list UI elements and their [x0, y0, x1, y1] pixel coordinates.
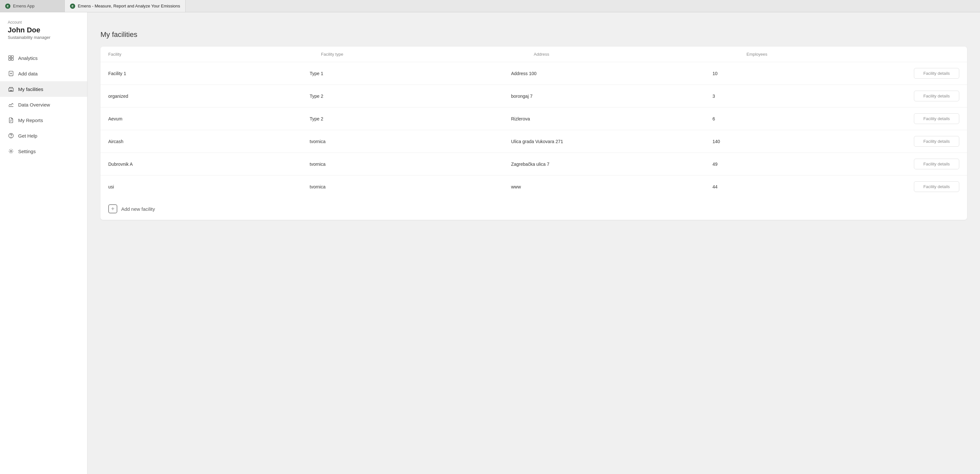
facilities-table-card: Facility Facility type Address Employees…	[100, 47, 967, 220]
col-header-address: Address	[534, 52, 747, 57]
facility-details-button[interactable]: Facility details	[914, 113, 959, 124]
add-data-label: Add data	[18, 71, 38, 76]
cell-facility-type: Type 1	[310, 71, 511, 76]
facility-details-button[interactable]: Facility details	[914, 181, 959, 192]
cell-details-action: Facility details	[914, 113, 959, 124]
cell-employees: 3	[713, 94, 914, 99]
analytics-label: Analytics	[18, 55, 38, 61]
cell-facility: Facility 1	[108, 71, 310, 76]
account-role: Sustainability manager	[8, 35, 80, 40]
cell-details-action: Facility details	[914, 90, 959, 101]
cell-facility-type: tvornica	[310, 184, 511, 189]
tab-emens-main-label: Emens - Measure, Report and Analyze Your…	[78, 3, 180, 8]
table-row: AircashtvornicaUlica grada Vukovara 2711…	[100, 130, 967, 153]
cell-details-action: Facility details	[914, 136, 959, 147]
svg-rect-1	[11, 56, 13, 58]
cell-address: www	[511, 184, 713, 189]
facility-details-button[interactable]: Facility details	[914, 159, 959, 169]
facility-details-button[interactable]: Facility details	[914, 136, 959, 147]
col-header-facility-type: Facility type	[321, 52, 534, 57]
document-icon	[8, 117, 14, 124]
col-header-employees: Employees	[747, 52, 959, 57]
tab-bar: E Emens App E Emens - Measure, Report an…	[0, 0, 980, 12]
sidebar-item-get-help[interactable]: Get Help	[0, 128, 87, 143]
cell-facility-type: tvornica	[310, 139, 511, 144]
add-facility-label: Add new facility	[121, 206, 155, 212]
svg-rect-2	[9, 58, 11, 60]
tab-emens-main[interactable]: E Emens - Measure, Report and Analyze Yo…	[65, 0, 186, 12]
table-row: usitvornicawww44Facility details	[100, 176, 967, 198]
cell-facility-type: Type 2	[310, 116, 511, 121]
sidebar-item-add-data[interactable]: Add data	[0, 66, 87, 81]
table-row: organizedType 2borongaj 73Facility detai…	[100, 85, 967, 108]
cell-employees: 140	[713, 139, 914, 144]
svg-rect-0	[9, 56, 11, 58]
tab-emens-app-icon: E	[5, 3, 10, 9]
sidebar: Account John Doe Sustainability manager …	[0, 12, 88, 474]
table-row: Dubrovnik AtvornicaZagrebačka ulica 749F…	[100, 153, 967, 176]
cell-employees: 6	[713, 116, 914, 121]
cell-details-action: Facility details	[914, 181, 959, 192]
cell-facility: Dubrovnik A	[108, 162, 310, 167]
tab-emens-app[interactable]: E Emens App	[0, 0, 65, 12]
cell-employees: 44	[713, 184, 914, 189]
sidebar-account: Account John Doe Sustainability manager	[0, 20, 87, 48]
svg-rect-3	[11, 58, 13, 60]
chart-lines-icon	[8, 101, 14, 108]
cell-details-action: Facility details	[914, 159, 959, 169]
add-facility-row[interactable]: + Add new facility	[100, 198, 967, 220]
account-label: Account	[8, 20, 80, 25]
cell-facility: organized	[108, 94, 310, 99]
sidebar-item-analytics[interactable]: Analytics	[0, 50, 87, 66]
settings-label: Settings	[18, 149, 36, 154]
cell-employees: 10	[713, 71, 914, 76]
page-title: My facilities	[100, 25, 967, 39]
grid-icon	[8, 55, 14, 61]
my-reports-label: My Reports	[18, 117, 43, 123]
col-header-facility: Facility	[108, 52, 321, 57]
table-rows-container: Facility 1Type 1Address 10010Facility de…	[100, 62, 967, 198]
table-row: AevumType 2Rizlerova6Facility details	[100, 108, 967, 130]
add-facility-icon: +	[108, 204, 117, 213]
app-layout: Account John Doe Sustainability manager …	[0, 12, 980, 474]
data-overview-label: Data Overview	[18, 102, 50, 108]
get-help-label: Get Help	[18, 133, 37, 139]
sidebar-item-my-reports[interactable]: My Reports	[0, 113, 87, 128]
cell-facility: usi	[108, 184, 310, 189]
cell-employees: 49	[713, 162, 914, 167]
sidebar-item-data-overview[interactable]: Data Overview	[0, 97, 87, 113]
account-name: John Doe	[8, 26, 80, 34]
cell-facility: Aircash	[108, 139, 310, 144]
svg-point-15	[10, 151, 12, 152]
cell-details-action: Facility details	[914, 68, 959, 79]
tab-emens-main-icon: E	[70, 3, 75, 9]
my-facilities-label: My facilities	[18, 86, 43, 92]
cell-address: Rizlerova	[511, 116, 713, 121]
gear-icon	[8, 148, 14, 154]
plus-doc-icon	[8, 70, 14, 77]
svg-point-14	[11, 137, 11, 137]
facility-details-button[interactable]: Facility details	[914, 90, 959, 101]
cell-facility-type: tvornica	[310, 162, 511, 167]
sidebar-item-my-facilities[interactable]: My facilities	[0, 81, 87, 97]
cell-facility: Aevum	[108, 116, 310, 121]
question-icon	[8, 132, 14, 139]
svg-rect-7	[9, 89, 13, 92]
table-header: Facility Facility type Address Employees	[100, 47, 967, 62]
cell-address: Zagrebačka ulica 7	[511, 162, 713, 167]
facility-details-button[interactable]: Facility details	[914, 68, 959, 79]
sidebar-item-settings[interactable]: Settings	[0, 143, 87, 159]
cell-address: borongaj 7	[511, 94, 713, 99]
tab-emens-app-label: Emens App	[13, 3, 35, 8]
sidebar-nav: Analytics Add data	[0, 48, 87, 466]
main-content: My facilities Facility Facility type Add…	[88, 12, 980, 474]
building-icon	[8, 86, 14, 92]
cell-address: Ulica grada Vukovara 271	[511, 139, 713, 144]
cell-facility-type: Type 2	[310, 94, 511, 99]
cell-address: Address 100	[511, 71, 713, 76]
table-row: Facility 1Type 1Address 10010Facility de…	[100, 62, 967, 85]
